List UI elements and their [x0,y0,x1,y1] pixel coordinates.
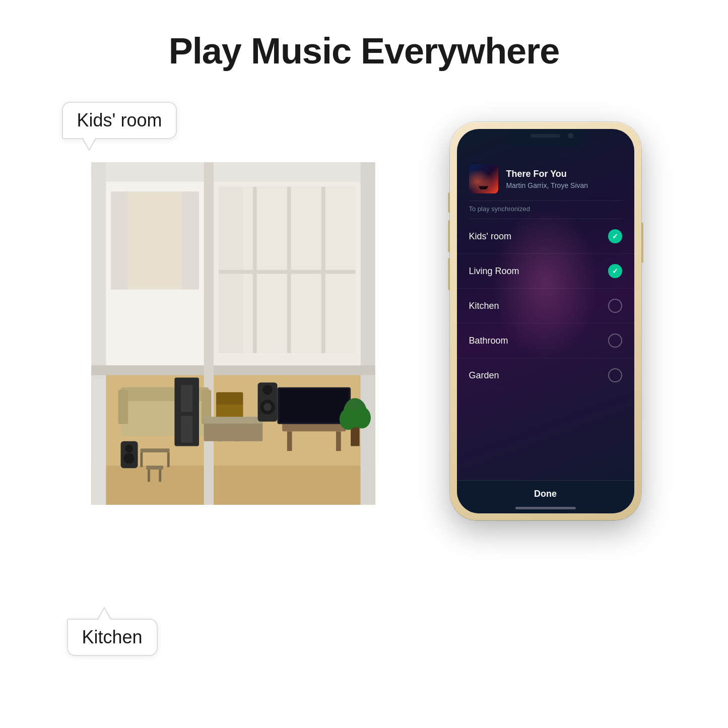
svg-rect-3 [91,162,375,182]
svg-point-46 [125,445,133,453]
svg-rect-10 [182,191,199,289]
album-art-image [469,164,498,193]
svg-rect-11 [204,162,213,505]
svg-rect-48 [140,448,169,452]
phone-notch [506,129,584,146]
notch-camera [568,133,573,139]
song-info: There For You Martin Garrix, Troye Sivan [506,168,622,189]
room-item-garden[interactable]: Garden [457,358,634,392]
left-section: Kids' room Living Room [62,102,394,656]
right-section: There For You Martin Garrix, Troye Sivan… [425,122,667,520]
room-item-kids-room[interactable]: Kids' room ✓ [457,219,634,254]
svg-point-44 [353,407,371,429]
house-illustration [87,162,379,505]
check-bathroom [608,334,622,348]
check-kids-room: ✓ [608,229,622,243]
svg-point-47 [123,453,134,464]
svg-rect-37 [287,431,292,451]
room-name-garden: Garden [469,370,499,381]
svg-rect-31 [204,417,262,424]
to-play-synchronized-label: To play synchronized [457,201,634,219]
check-kitchen [608,299,622,313]
svg-rect-24 [216,392,243,405]
song-artist: Martin Garrix, Troye Sivan [506,181,622,189]
kids-room-label: Kids' room [62,102,177,139]
room-name-kitchen: Kitchen [469,301,499,311]
room-list: Kids' room ✓ Living Room ✓ [457,219,634,392]
phone-frame: There For You Martin Garrix, Troye Sivan… [450,122,641,520]
volume-down-button [448,258,450,290]
svg-point-33 [262,385,272,394]
room-name-kids-room: Kids' room [469,231,511,242]
svg-point-35 [263,403,272,411]
svg-rect-52 [148,470,150,482]
svg-rect-4 [91,162,106,505]
check-garden [608,368,622,382]
check-living-room: ✓ [608,264,622,278]
checkmark-icon-2: ✓ [612,267,618,275]
app-content: There For You Martin Garrix, Troye Sivan… [457,154,634,513]
svg-rect-30 [204,422,262,441]
done-button-label: Done [534,489,557,499]
now-playing-section: There For You Martin Garrix, Troye Sivan [457,154,634,201]
room-item-bathroom[interactable]: Bathroom [457,323,634,358]
svg-rect-1 [91,466,375,505]
room-name-bathroom: Bathroom [469,336,508,346]
svg-rect-29 [181,416,192,442]
svg-rect-50 [167,452,169,467]
svg-rect-28 [181,385,192,412]
svg-rect-9 [111,191,128,289]
power-button [641,223,643,263]
svg-rect-38 [336,431,341,451]
room-name-living-room: Living Room [469,266,519,277]
volume-mute-button [448,192,450,213]
page-title: Play Music Everywhere [0,0,728,72]
svg-rect-40 [279,389,349,423]
phone-screen: There For You Martin Garrix, Troye Sivan… [457,129,634,513]
notch-speaker [531,134,561,138]
svg-rect-21 [118,390,127,424]
volume-up-button [448,220,450,252]
home-indicator [515,507,576,509]
svg-rect-5 [360,162,375,505]
svg-rect-18 [218,270,355,274]
song-title: There For You [506,168,622,180]
svg-rect-6 [91,365,375,375]
svg-rect-51 [146,466,163,470]
svg-rect-49 [140,452,143,467]
svg-rect-53 [159,470,161,482]
checkmark-icon: ✓ [612,232,618,240]
room-item-kitchen[interactable]: Kitchen [457,289,634,323]
room-item-living-room[interactable]: Living Room ✓ [457,254,634,289]
album-art [469,164,498,193]
kitchen-label: Kitchen [67,619,158,656]
main-content: Kids' room Living Room [0,102,728,656]
